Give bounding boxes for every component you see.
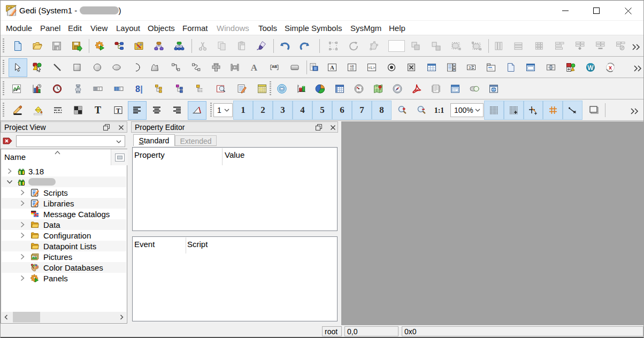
svg-text:W: W [587,64,594,72]
svg-text:AB: AB [272,65,277,68]
svg-text:8: 8 [135,84,140,94]
svg-text:1:1: 1:1 [434,106,444,114]
svg-text:T: T [95,105,101,116]
svg-text:x: x [609,64,612,71]
svg-text:A: A [251,63,258,73]
svg-text:T: T [116,107,120,114]
svg-text:A: A [330,64,334,71]
svg-text:<L>: <L> [369,65,376,70]
svg-text:|: | [140,84,142,94]
svg-text:CD: CD [350,67,354,71]
svg-text:3: 3 [469,65,471,70]
